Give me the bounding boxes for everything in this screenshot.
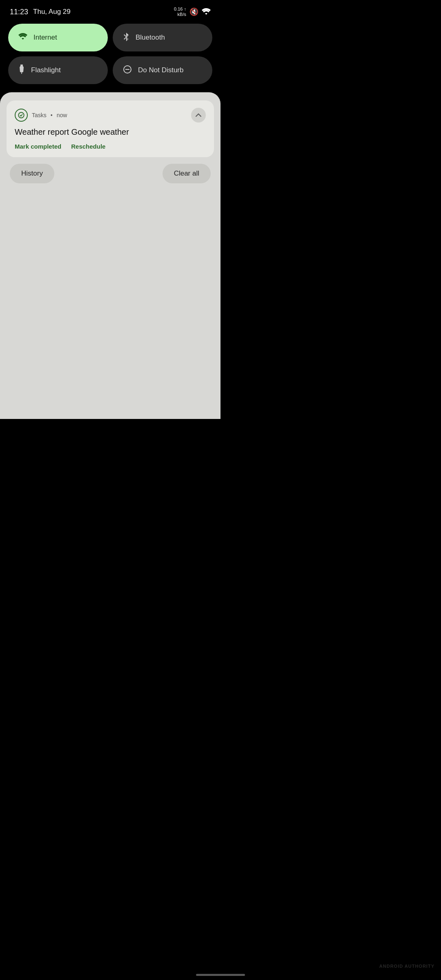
qs-tile-flashlight[interactable]: Flashlight: [8, 56, 108, 84]
bluetooth-label: Bluetooth: [136, 33, 165, 42]
svg-rect-3: [21, 73, 22, 74]
clear-all-button[interactable]: Clear all: [163, 164, 211, 183]
notification-time: now: [57, 112, 67, 118]
network-speed: 0.16 ↑ kB/s: [174, 7, 186, 17]
notif-header-left: Tasks • now: [15, 109, 67, 122]
notification-separator: •: [51, 112, 53, 118]
wifi-status-icon: [202, 8, 211, 16]
notification-area: Tasks • now Weather report Google weathe…: [0, 92, 220, 419]
mute-icon: 🔇: [189, 7, 198, 16]
notification-collapse-button[interactable]: [191, 108, 206, 122]
bluetooth-icon: [122, 32, 130, 43]
notification-title: Weather report Google weather: [15, 127, 206, 137]
quick-settings: Internet Bluetooth Flashlight: [0, 20, 220, 92]
tasks-app-icon: [15, 109, 28, 122]
status-date: Thu, Aug 29: [33, 8, 71, 16]
history-button[interactable]: History: [10, 164, 54, 183]
notification-app-name: Tasks: [32, 112, 47, 118]
internet-label: Internet: [33, 33, 57, 42]
status-bar: 11:23 Thu, Aug 29 0.16 ↑ kB/s 🔇: [0, 0, 220, 20]
svg-rect-0: [20, 65, 23, 66]
qs-tile-dnd[interactable]: Do Not Disturb: [113, 56, 212, 84]
qs-tile-internet[interactable]: Internet: [8, 24, 108, 51]
flashlight-label: Flashlight: [31, 66, 61, 74]
status-left: 11:23 Thu, Aug 29: [10, 8, 71, 16]
notification-header: Tasks • now: [15, 108, 206, 122]
dnd-icon: [122, 65, 132, 76]
reschedule-button[interactable]: Reschedule: [71, 143, 105, 150]
notification-card: Tasks • now Weather report Google weathe…: [7, 100, 214, 157]
status-time: 11:23: [10, 8, 28, 16]
dnd-label: Do Not Disturb: [138, 66, 183, 74]
mark-completed-button[interactable]: Mark completed: [15, 143, 61, 150]
svg-rect-1: [20, 66, 23, 67]
flashlight-icon: [18, 65, 25, 76]
status-right: 0.16 ↑ kB/s 🔇: [174, 7, 211, 17]
notification-actions: Mark completed Reschedule: [15, 143, 206, 150]
bottom-buttons: History Clear all: [7, 164, 214, 183]
wifi-icon: [18, 33, 28, 42]
qs-tile-bluetooth[interactable]: Bluetooth: [113, 24, 212, 51]
